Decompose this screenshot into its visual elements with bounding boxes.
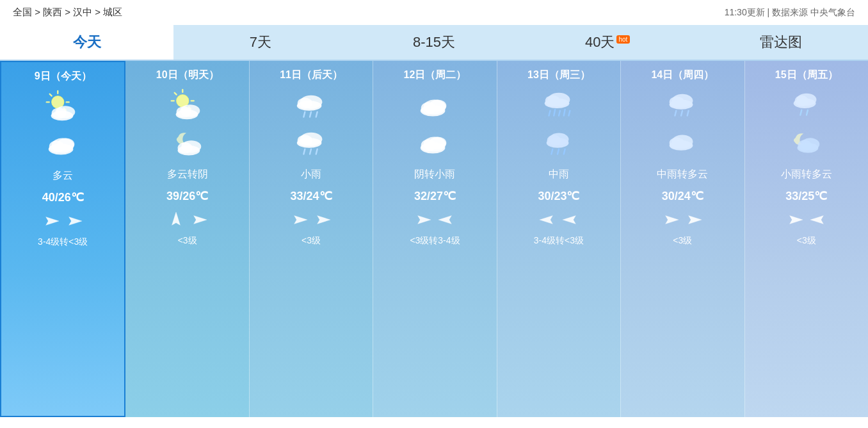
day-column-4: 13日（周三） 中雨30/23℃3-4级转<3级 (497, 61, 621, 417)
svg-marker-69 (540, 215, 553, 224)
svg-marker-14 (46, 217, 60, 225)
weather-description: 阴转小雨 (414, 168, 455, 181)
svg-marker-91 (810, 215, 824, 224)
wind-level: <3级 (673, 235, 692, 247)
svg-line-35 (310, 112, 311, 117)
weather-icon-day (416, 88, 453, 126)
svg-point-65 (547, 138, 569, 147)
weather-icon-night (664, 126, 701, 163)
svg-marker-53 (418, 215, 431, 224)
breadcrumb[interactable]: 全国 > 陕西 > 汉中 > 城区 (13, 6, 122, 19)
day-date: 14日（周四） (651, 69, 714, 82)
svg-point-79 (670, 140, 693, 150)
svg-marker-15 (69, 217, 83, 225)
temperature: 33/24℃ (291, 189, 332, 203)
weather-description: 中雨 (549, 168, 569, 181)
top-bar: 全国 > 陕西 > 汉中 > 城区 11:30更新 | 数据来源 中央气象台 (0, 0, 868, 25)
svg-marker-54 (438, 215, 452, 224)
temperature: 39/26℃ (166, 189, 208, 203)
svg-marker-30 (193, 215, 207, 224)
svg-point-39 (297, 138, 322, 147)
svg-point-52 (421, 142, 446, 153)
svg-line-68 (564, 149, 565, 154)
svg-line-74 (675, 111, 677, 116)
day-column-1: 10日（明天） 多云转阴39/26℃<3级 (125, 61, 249, 417)
wind-level: 3-4级转<3级 (534, 235, 584, 247)
weather-icon-night (293, 126, 330, 163)
wind-direction-icons (786, 211, 827, 229)
svg-marker-80 (666, 215, 679, 224)
weather-icon-day (44, 90, 81, 127)
tabs-bar: 今天7天8-15天40天hot雷达图 (0, 25, 868, 61)
temperature: 32/27℃ (414, 189, 456, 203)
wind-level: <3级 (797, 235, 816, 247)
weather-icon-night (169, 126, 206, 163)
svg-line-75 (681, 111, 682, 116)
weather-icon-night (44, 127, 81, 164)
svg-line-59 (554, 110, 555, 116)
tab-radar[interactable]: 雷达图 (695, 25, 868, 60)
tab-40days[interactable]: 40天hot (521, 25, 695, 60)
weather-icon-night (540, 126, 577, 163)
wind-direction-icons (167, 211, 208, 229)
wind-direction-icons (42, 212, 83, 230)
wind-direction-icons (291, 211, 332, 229)
update-info: 11:30更新 | 数据来源 中央气象台 (725, 7, 855, 19)
wind-level: <3级转3-4级 (410, 235, 460, 247)
svg-line-21 (174, 93, 176, 95)
weather-icon-day (293, 88, 330, 126)
svg-marker-44 (317, 215, 331, 224)
svg-line-85 (800, 110, 801, 115)
weather-description: 小雨转多云 (781, 168, 832, 181)
day-date: 13日（周三） (527, 69, 590, 82)
svg-point-28 (177, 145, 200, 155)
svg-point-25 (175, 110, 198, 119)
day-column-2: 11日（后天） 小雨33/24℃<3级 (250, 61, 373, 417)
day-column-5: 14日（周四） 中雨转多云30/24℃<3级 (621, 61, 744, 417)
day-date: 10日（明天） (156, 69, 219, 82)
wind-direction-icons (414, 211, 455, 229)
day-column-3: 12日（周二） 阴转小雨32/27℃<3级转3-4级 (373, 61, 497, 417)
weather-icon-day (788, 88, 825, 126)
svg-point-9 (51, 111, 74, 120)
wind-level: 3-4级转<3级 (38, 236, 88, 248)
tab-today[interactable]: 今天 (0, 25, 173, 60)
svg-line-40 (303, 149, 305, 154)
temperature: 30/24℃ (662, 189, 703, 203)
svg-marker-29 (172, 212, 180, 226)
temperature: 30/23℃ (538, 189, 579, 203)
day-date: 15日（周五） (775, 69, 838, 82)
svg-marker-70 (563, 215, 576, 224)
weather-description: 多云 (52, 169, 73, 183)
weather-description: 小雨 (301, 168, 321, 181)
svg-point-57 (545, 98, 570, 108)
weather-description: 多云转阴 (167, 168, 208, 181)
svg-line-41 (310, 149, 311, 154)
svg-point-13 (49, 144, 74, 154)
day-column-6: 15日（周五） 小雨转多云33/25℃<3级 (745, 61, 868, 417)
wind-direction-icons (662, 211, 703, 229)
svg-line-58 (549, 111, 550, 116)
wind-level: <3级 (178, 235, 197, 247)
day-date: 11日（后天） (280, 69, 342, 82)
day-column-0: 9日（今天） 多云40/26℃3-4级转<3级 (0, 61, 125, 417)
svg-line-61 (564, 110, 565, 116)
tab-8-15days[interactable]: 8-15天 (347, 25, 520, 60)
svg-point-84 (793, 98, 816, 108)
day-date: 12日（周二） (404, 69, 467, 82)
weather-grid: 9日（今天） 多云40/26℃3-4级转<3级10日（明天） (0, 61, 868, 417)
svg-line-42 (316, 149, 317, 154)
svg-line-66 (551, 149, 552, 154)
day-date: 9日（今天） (35, 70, 92, 83)
weather-icon-night (416, 126, 453, 163)
wind-direction-icons (538, 211, 579, 229)
svg-marker-81 (689, 215, 702, 224)
tab-7days[interactable]: 7天 (173, 25, 347, 60)
svg-line-62 (568, 111, 570, 116)
svg-marker-90 (789, 215, 803, 224)
wind-level: <3级 (301, 235, 321, 247)
svg-point-48 (421, 105, 446, 116)
svg-line-5 (50, 94, 52, 96)
weather-description: 中雨转多云 (657, 168, 708, 181)
svg-line-36 (316, 112, 317, 117)
